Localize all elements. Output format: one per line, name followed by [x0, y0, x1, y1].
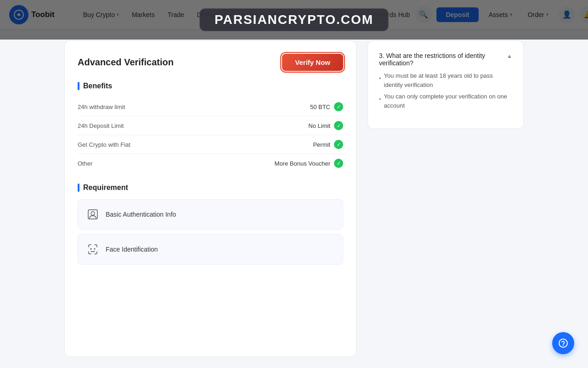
check-icon: ✓ [334, 159, 343, 168]
chevron-up-icon: ▲ [507, 53, 512, 59]
main-content: Advanced Verification Verify Now Benefit… [0, 29, 588, 368]
panel-header: Advanced Verification Verify Now [78, 54, 343, 71]
svg-point-6 [563, 345, 564, 346]
basic-auth-icon [85, 207, 100, 222]
check-icon: ✓ [334, 140, 343, 149]
benefits-list: 24h withdraw limit 50 BTC ✓ 24h Deposit … [78, 98, 343, 172]
check-icon: ✓ [334, 121, 343, 130]
faq-bullet: • You can only complete your verificatio… [379, 92, 512, 110]
benefits-section-title: Benefits [78, 82, 343, 90]
left-panel: Advanced Verification Verify Now Benefit… [64, 40, 356, 357]
svg-point-2 [91, 212, 95, 215]
faq-item: 3. What are the restrictions of identity… [379, 52, 512, 110]
requirement-section: Requirement Basic Authentication Info [78, 184, 343, 264]
faq-question: 3. What are the restrictions of identity… [379, 52, 512, 67]
bullet-dot: • [379, 95, 381, 104]
face-id-label: Face Identification [106, 246, 158, 253]
panel-title: Advanced Verification [78, 57, 174, 68]
right-panel: 3. What are the restrictions of identity… [368, 40, 524, 129]
banner-text: PARSIANCRYPTO.COM [215, 12, 373, 27]
check-icon: ✓ [334, 102, 343, 111]
benefit-value: No Limit ✓ [308, 121, 343, 130]
banner-overlay: PARSIANCRYPTO.COM [0, 0, 588, 40]
verify-now-button[interactable]: Verify Now [282, 54, 343, 71]
svg-point-4 [94, 248, 96, 250]
support-button[interactable] [552, 332, 574, 354]
section-bar [78, 184, 79, 192]
benefit-row: Get Crypto with Fiat Permit ✓ [78, 135, 343, 154]
svg-point-3 [90, 248, 92, 250]
benefit-value: 50 BTC ✓ [310, 102, 343, 111]
basic-auth-item[interactable]: Basic Authentication Info [78, 199, 343, 230]
benefit-row: Other More Bonus Voucher ✓ [78, 154, 343, 172]
banner-box: PARSIANCRYPTO.COM [199, 8, 389, 31]
requirement-section-title: Requirement [78, 184, 343, 192]
face-id-icon [85, 242, 100, 257]
benefit-value: More Bonus Voucher ✓ [275, 159, 343, 168]
benefit-row: 24h Deposit Limit No Limit ✓ [78, 116, 343, 135]
basic-auth-label: Basic Authentication Info [106, 211, 176, 218]
bullet-dot: • [379, 74, 381, 83]
benefit-row: 24h withdraw limit 50 BTC ✓ [78, 98, 343, 116]
faq-bullet: • You must be at least 18 years old to p… [379, 71, 512, 89]
section-bar [78, 82, 79, 90]
face-id-item[interactable]: Face Identification [78, 234, 343, 264]
benefit-value: Permit ✓ [313, 140, 343, 149]
